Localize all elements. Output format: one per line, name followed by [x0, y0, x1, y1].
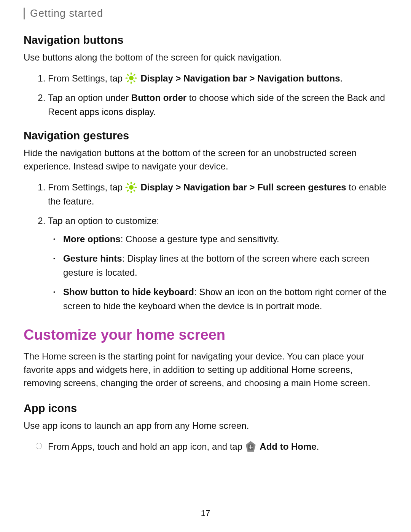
running-head: Getting started [24, 8, 387, 19]
nav-gestures-step-2: Tap an option to customize: More options… [48, 214, 387, 313]
nav-gestures-step-1: From Settings, tap Display > Navigation … [48, 180, 387, 208]
running-head-text: Getting started [30, 8, 103, 19]
nav-gestures-steps: From Settings, tap Display > Navigation … [24, 180, 387, 313]
display-icon [126, 182, 137, 193]
nav-buttons-step-1: From Settings, tap Display > Navigation … [48, 71, 387, 85]
bullet-more-options: More options: Choose a gesture type and … [62, 232, 387, 246]
customize-home-intro: The Home screen is the starting point fo… [24, 350, 387, 390]
text-bold: Add to Home [260, 441, 316, 452]
app-icons-intro: Use app icons to launch an app from any … [24, 419, 387, 433]
text-bold: Display > Navigation bar > Navigation bu… [140, 73, 340, 83]
text-bold: Gesture hints [63, 253, 122, 264]
heading-customize-home: Customize your home screen [24, 327, 387, 343]
text-bold: Button order [131, 93, 186, 103]
text: : Choose a gesture type and sensitivity. [121, 234, 279, 244]
text: Tap an option to customize: [48, 216, 159, 226]
add-to-home-icon [246, 441, 256, 452]
page-content: Getting started Navigation buttons Use b… [0, 0, 411, 454]
nav-gestures-intro: Hide the navigation buttons at the botto… [24, 147, 387, 173]
text: . [340, 73, 343, 83]
text: . [317, 441, 319, 452]
text-bold: Show button to hide keyboard [63, 287, 194, 297]
nav-buttons-step-2: Tap an option under Button order to choo… [48, 91, 387, 119]
page-number: 17 [0, 508, 411, 518]
text-bold: More options [63, 234, 121, 244]
text: Tap an option under [48, 93, 131, 103]
nav-buttons-steps: From Settings, tap Display > Navigation … [24, 71, 387, 119]
app-icons-step: From Apps, touch and hold an app icon, a… [48, 439, 387, 454]
app-icons-step-list: From Apps, touch and hold an app icon, a… [24, 439, 387, 454]
heading-navigation-buttons: Navigation buttons [24, 34, 387, 46]
display-icon [126, 73, 137, 83]
nav-buttons-intro: Use buttons along the bottom of the scre… [24, 51, 387, 64]
heading-app-icons: App icons [24, 402, 387, 415]
text: From Settings, tap [48, 182, 125, 192]
bullet-gesture-hints: Gesture hints: Display lines at the bott… [62, 251, 387, 280]
nav-gestures-bullets: More options: Choose a gesture type and … [48, 232, 387, 313]
heading-navigation-gestures: Navigation gestures [24, 129, 387, 142]
text: From Settings, tap [48, 73, 125, 83]
text: From Apps, touch and hold an app icon, a… [48, 441, 245, 452]
text-bold: Display > Navigation bar > Full screen g… [140, 182, 346, 192]
bullet-show-button-hide-keyboard: Show button to hide keyboard: Show an ic… [62, 285, 387, 313]
